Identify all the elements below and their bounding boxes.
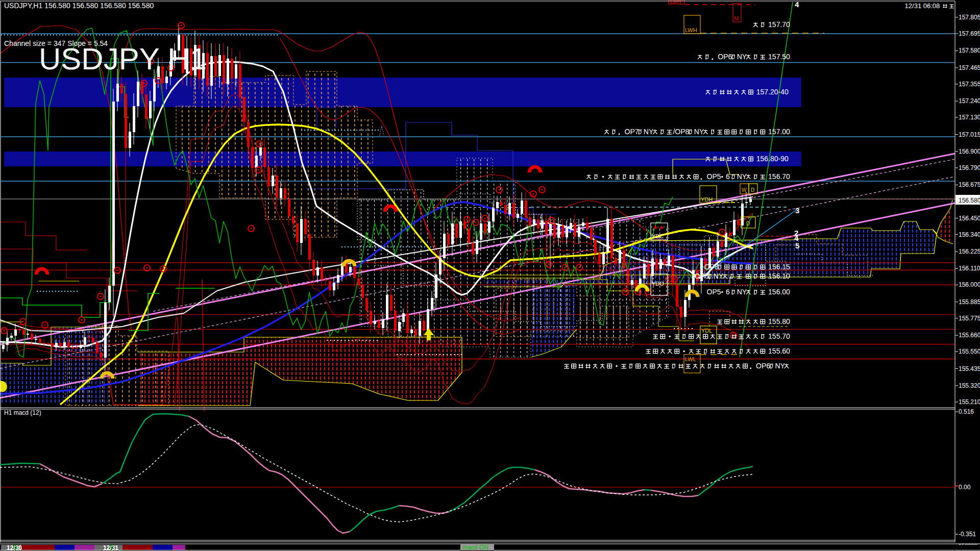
svg-text:NY: NY <box>737 288 747 296</box>
svg-text:12/31 06:08: 12/31 06:08 <box>905 2 942 10</box>
svg-text:W: W <box>742 187 747 193</box>
svg-text:156.340: 156.340 <box>959 231 980 238</box>
svg-text:YDL: YDL <box>701 328 712 334</box>
svg-text:155.320: 155.320 <box>959 382 980 389</box>
svg-text:3: 3 <box>795 206 799 215</box>
svg-text:NY: NY <box>644 128 654 136</box>
svg-text:156.80-90: 156.80-90 <box>754 155 789 163</box>
svg-text:156.15: 156.15 <box>766 263 790 271</box>
svg-text:157.580: 157.580 <box>959 47 980 54</box>
svg-text:157.465: 157.465 <box>959 64 980 71</box>
svg-text:0.00: 0.00 <box>959 484 971 491</box>
svg-text:6: 6 <box>726 288 730 296</box>
svg-text:157.240: 157.240 <box>959 97 980 105</box>
svg-text:157.695: 157.695 <box>959 30 980 37</box>
svg-text:156.70: 156.70 <box>766 172 790 181</box>
svg-text:156.000: 156.000 <box>959 281 980 288</box>
svg-text:D: D <box>746 221 750 227</box>
svg-text:Channel size = 347 Slope = 5.5: Channel size = 347 Slope = 5.54 <box>4 39 108 47</box>
svg-text:6: 6 <box>726 172 730 181</box>
svg-text:155.775: 155.775 <box>959 315 980 322</box>
svg-text:155.60: 155.60 <box>766 347 790 355</box>
svg-text:157.50: 157.50 <box>766 53 790 61</box>
svg-text:H1 macd (12): H1 macd (12) <box>4 409 41 416</box>
svg-text:LWH: LWH <box>685 27 697 33</box>
svg-text:NY: NY <box>737 53 747 61</box>
svg-text:LWL: LWL <box>685 356 696 362</box>
svg-text:157.00: 157.00 <box>766 128 790 136</box>
svg-text:156.790: 156.790 <box>959 164 980 171</box>
svg-text:NY: NY <box>775 362 785 370</box>
svg-text:155.80: 155.80 <box>766 317 790 325</box>
svg-text:156.110: 156.110 <box>959 265 980 272</box>
svg-text:156.900: 156.900 <box>959 148 980 155</box>
svg-text:OP8: OP8 <box>694 272 708 280</box>
svg-text:OP8: OP8 <box>704 263 719 271</box>
svg-text:157.20-40: 157.20-40 <box>754 88 789 96</box>
svg-text:OP6: OP6 <box>718 53 732 61</box>
svg-text:LMH: LMH <box>670 0 681 5</box>
svg-text:5: 5 <box>795 241 799 250</box>
svg-text:macd ON: macd ON <box>462 544 488 551</box>
svg-text:NY: NY <box>737 172 747 181</box>
svg-text:OP7: OP7 <box>625 128 639 136</box>
svg-text:156.10: 156.10 <box>766 272 790 280</box>
svg-text:155.70: 155.70 <box>766 332 790 340</box>
svg-text:-0.351: -0.351 <box>959 531 976 538</box>
svg-text:YDH: YDH <box>701 196 713 203</box>
svg-text:USDJPY,H1 156.580 156.580 156: USDJPY,H1 156.580 156.580 156.580 156.58… <box>4 2 154 10</box>
svg-text:YDO: YDO <box>652 281 664 287</box>
svg-text:157.355: 157.355 <box>959 81 980 88</box>
svg-text:156.580: 156.580 <box>959 197 980 204</box>
svg-text:156.225: 156.225 <box>959 248 980 255</box>
svg-text:/OP8: /OP8 <box>673 128 689 136</box>
svg-text:156.675: 156.675 <box>959 181 980 188</box>
svg-text:155.210: 155.210 <box>959 398 980 406</box>
svg-text:OP5: OP5 <box>707 288 721 296</box>
svg-text:155.885: 155.885 <box>959 298 980 306</box>
svg-text:M: M <box>734 15 739 21</box>
svg-text:NY: NY <box>694 128 704 136</box>
svg-text:155.435: 155.435 <box>959 365 980 372</box>
svg-text:OP6: OP6 <box>756 362 770 370</box>
svg-text:OP5: OP5 <box>707 172 721 181</box>
svg-text:4: 4 <box>795 0 799 9</box>
svg-text:157.805: 157.805 <box>959 14 980 21</box>
svg-text:157.015: 157.015 <box>959 131 980 138</box>
svg-text:D: D <box>751 187 754 193</box>
svg-text:156.450: 156.450 <box>959 215 980 222</box>
svg-text:0.516: 0.516 <box>959 408 974 415</box>
svg-text:155.550: 155.550 <box>959 348 980 355</box>
svg-text:156.00: 156.00 <box>766 288 790 296</box>
svg-text:157.70: 157.70 <box>766 20 790 29</box>
svg-text:157.130: 157.130 <box>959 114 980 121</box>
svg-text:YDC: YDC <box>652 233 664 239</box>
svg-text:155.660: 155.660 <box>959 332 980 339</box>
svg-text:NY: NY <box>714 272 724 280</box>
